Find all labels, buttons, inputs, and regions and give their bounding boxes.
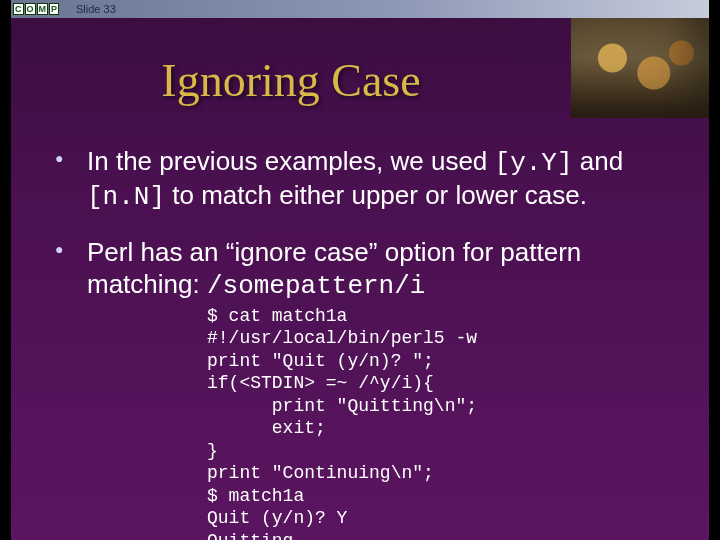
bullet-text: to match either upper or lower case. (165, 180, 587, 210)
slide-number: Slide 33 (76, 3, 116, 15)
slide-content: In the previous examples, we used [y.Y] … (51, 146, 691, 540)
decorative-painting (571, 18, 709, 118)
inline-code: [y.Y] (495, 148, 573, 178)
black-side-strip (0, 0, 11, 540)
slide-topbar: COMP Slide 33 (11, 0, 709, 18)
bullet-item: In the previous examples, we used [y.Y] … (51, 146, 691, 213)
inline-code: /somepattern/i (207, 271, 425, 301)
slide-title: Ignoring Case (11, 54, 571, 107)
bullet-text: and (573, 146, 624, 176)
bullet-item: Perl has an “ignore case” option for pat… (51, 237, 691, 540)
inline-code: [n.N] (87, 182, 165, 212)
slide: COMP Slide 33 Ignoring Case In the previ… (11, 0, 709, 540)
code-block: $ cat match1a #!/usr/local/bin/perl5 -w … (207, 305, 691, 540)
logo-icon: COMP (13, 2, 68, 16)
bullet-text: In the previous examples, we used (87, 146, 495, 176)
